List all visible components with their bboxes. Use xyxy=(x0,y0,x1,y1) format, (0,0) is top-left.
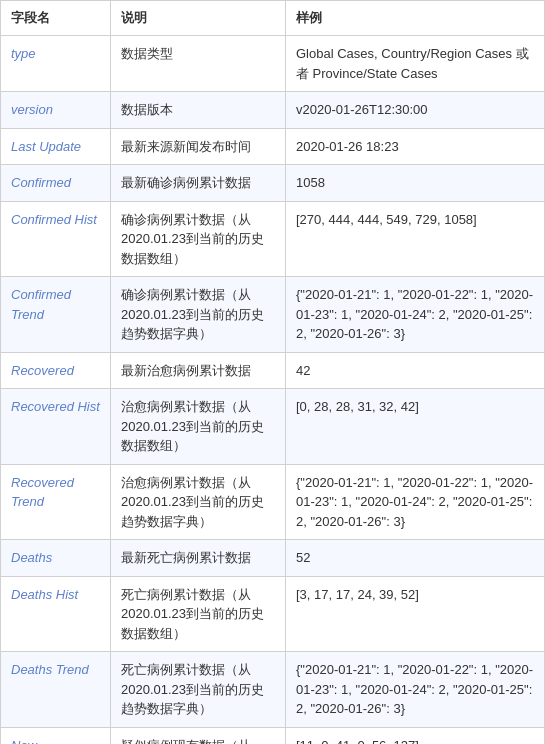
field-example: {"2020-01-21": 1, "2020-01-22": 1, "2020… xyxy=(286,464,545,540)
field-description: 疑似病例现有数据（从2020.01.23到当前的历史数据数组） xyxy=(111,727,286,744)
field-example: v2020-01-26T12:30:00 xyxy=(286,92,545,129)
field-description: 最新死亡病例累计数据 xyxy=(111,540,286,577)
field-description: 最新确诊病例累计数据 xyxy=(111,165,286,202)
field-description: 确诊病例累计数据（从2020.01.23到当前的历史数据数组） xyxy=(111,201,286,277)
field-example: 1058 xyxy=(286,165,545,202)
field-name: Deaths xyxy=(1,540,111,577)
table-row: Recovered Trend治愈病例累计数据（从2020.01.23到当前的历… xyxy=(1,464,545,540)
field-description: 死亡病例累计数据（从2020.01.23到当前的历史趋势数据字典） xyxy=(111,652,286,728)
field-example: {"2020-01-21": 1, "2020-01-22": 1, "2020… xyxy=(286,652,545,728)
field-example: 2020-01-26 18:23 xyxy=(286,128,545,165)
field-description: 数据版本 xyxy=(111,92,286,129)
table-row: Last Update最新来源新闻发布时间2020-01-26 18:23 xyxy=(1,128,545,165)
table-row: Confirmed Trend确诊病例累计数据（从2020.01.23到当前的历… xyxy=(1,277,545,353)
field-name: version xyxy=(1,92,111,129)
field-example: Global Cases, Country/Region Cases 或者 Pr… xyxy=(286,36,545,92)
field-description: 确诊病例累计数据（从2020.01.23到当前的历史趋势数据字典） xyxy=(111,277,286,353)
field-description: 死亡病例累计数据（从2020.01.23到当前的历史数据数组） xyxy=(111,576,286,652)
table-row: Confirmed最新确诊病例累计数据1058 xyxy=(1,165,545,202)
field-name: Last Update xyxy=(1,128,111,165)
field-description: 最新治愈病例累计数据 xyxy=(111,352,286,389)
field-description: 数据类型 xyxy=(111,36,286,92)
table-row: New Confirmed Hist疑似病例现有数据（从2020.01.23到当… xyxy=(1,727,545,744)
field-example: [3, 17, 17, 24, 39, 52] xyxy=(286,576,545,652)
table-row: Deaths最新死亡病例累计数据52 xyxy=(1,540,545,577)
field-name: Recovered Trend xyxy=(1,464,111,540)
data-table: 字段名 说明 样例 type数据类型Global Cases, Country/… xyxy=(0,0,545,744)
field-name: Deaths Trend xyxy=(1,652,111,728)
field-name: Confirmed Trend xyxy=(1,277,111,353)
field-example: [11, 0, 41, 0, 56, 127] xyxy=(286,727,545,744)
col-header-field: 字段名 xyxy=(1,1,111,36)
col-header-description: 说明 xyxy=(111,1,286,36)
field-description: 最新来源新闻发布时间 xyxy=(111,128,286,165)
table-row: type数据类型Global Cases, Country/Region Cas… xyxy=(1,36,545,92)
field-name: Deaths Hist xyxy=(1,576,111,652)
col-header-example: 样例 xyxy=(286,1,545,36)
field-name: Confirmed Hist xyxy=(1,201,111,277)
field-example: 52 xyxy=(286,540,545,577)
table-row: Confirmed Hist确诊病例累计数据（从2020.01.23到当前的历史… xyxy=(1,201,545,277)
field-example: {"2020-01-21": 1, "2020-01-22": 1, "2020… xyxy=(286,277,545,353)
table-row: Recovered最新治愈病例累计数据42 xyxy=(1,352,545,389)
table-row: Recovered Hist治愈病例累计数据（从2020.01.23到当前的历史… xyxy=(1,389,545,465)
field-example: [270, 444, 444, 549, 729, 1058] xyxy=(286,201,545,277)
field-name: Recovered Hist xyxy=(1,389,111,465)
table-row: Deaths Hist死亡病例累计数据（从2020.01.23到当前的历史数据数… xyxy=(1,576,545,652)
field-description: 治愈病例累计数据（从2020.01.23到当前的历史数据数组） xyxy=(111,389,286,465)
table-row: Deaths Trend死亡病例累计数据（从2020.01.23到当前的历史趋势… xyxy=(1,652,545,728)
field-name: type xyxy=(1,36,111,92)
table-row: version数据版本v2020-01-26T12:30:00 xyxy=(1,92,545,129)
field-name: Confirmed xyxy=(1,165,111,202)
field-description: 治愈病例累计数据（从2020.01.23到当前的历史趋势数据字典） xyxy=(111,464,286,540)
field-example: 42 xyxy=(286,352,545,389)
field-example: [0, 28, 28, 31, 32, 42] xyxy=(286,389,545,465)
field-name: Recovered xyxy=(1,352,111,389)
field-name: New Confirmed Hist xyxy=(1,727,111,744)
